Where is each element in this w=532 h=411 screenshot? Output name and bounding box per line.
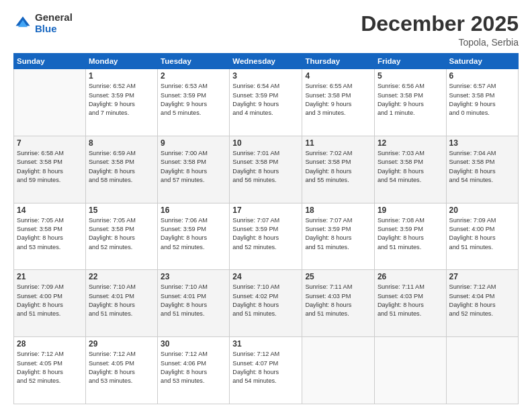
day-detail: Sunrise: 6:58 AM Sunset: 3:58 PM Dayligh… [17, 149, 83, 185]
day-number: 12 [378, 138, 443, 148]
col-header-thursday: Thursday [302, 54, 375, 69]
col-header-friday: Friday [374, 54, 446, 69]
col-header-saturday: Saturday [446, 54, 518, 69]
calendar-day: 6Sunrise: 6:57 AM Sunset: 3:58 PM Daylig… [446, 69, 518, 136]
day-number: 21 [17, 272, 83, 281]
calendar-day: 16Sunrise: 7:06 AM Sunset: 3:59 PM Dayli… [158, 203, 230, 270]
day-detail: Sunrise: 6:54 AM Sunset: 3:59 PM Dayligh… [232, 82, 299, 118]
header: General Blue December 2025 Topola, Serbi… [13, 12, 519, 48]
day-detail: Sunrise: 6:53 AM Sunset: 3:59 PM Dayligh… [161, 82, 226, 118]
calendar-week-4: 21Sunrise: 7:09 AM Sunset: 4:00 PM Dayli… [14, 270, 519, 337]
calendar-day: 31Sunrise: 7:12 AM Sunset: 4:07 PM Dayli… [230, 337, 302, 404]
day-number: 18 [305, 205, 371, 215]
day-detail: Sunrise: 7:12 AM Sunset: 4:06 PM Dayligh… [161, 350, 226, 385]
day-number: 27 [449, 272, 515, 281]
day-detail: Sunrise: 7:10 AM Sunset: 4:01 PM Dayligh… [161, 283, 226, 318]
calendar-header-row: SundayMondayTuesdayWednesdayThursdayFrid… [14, 54, 519, 69]
logo-icon [13, 14, 32, 33]
day-detail: Sunrise: 7:09 AM Sunset: 4:00 PM Dayligh… [449, 216, 515, 252]
calendar-day: 7Sunrise: 6:58 AM Sunset: 3:58 PM Daylig… [14, 136, 86, 203]
calendar-day: 27Sunrise: 7:12 AM Sunset: 4:04 PM Dayli… [446, 270, 518, 337]
day-detail: Sunrise: 7:09 AM Sunset: 4:00 PM Dayligh… [17, 283, 83, 318]
main-title: December 2025 [361, 12, 519, 36]
day-number: 30 [161, 339, 226, 349]
day-number: 17 [232, 205, 299, 215]
calendar-week-5: 28Sunrise: 7:12 AM Sunset: 4:05 PM Dayli… [14, 337, 519, 404]
day-number: 1 [89, 71, 154, 81]
day-number: 6 [449, 71, 515, 81]
calendar-day: 24Sunrise: 7:10 AM Sunset: 4:02 PM Dayli… [230, 270, 302, 337]
calendar-day: 21Sunrise: 7:09 AM Sunset: 4:00 PM Dayli… [14, 270, 86, 337]
day-detail: Sunrise: 7:06 AM Sunset: 3:59 PM Dayligh… [161, 216, 226, 252]
day-detail: Sunrise: 6:57 AM Sunset: 3:58 PM Dayligh… [449, 82, 515, 118]
day-detail: Sunrise: 6:52 AM Sunset: 3:59 PM Dayligh… [89, 82, 154, 118]
day-number: 13 [449, 138, 515, 148]
col-header-monday: Monday [85, 54, 157, 69]
day-number: 24 [232, 272, 299, 281]
day-detail: Sunrise: 7:12 AM Sunset: 4:04 PM Dayligh… [449, 283, 515, 318]
calendar-day: 8Sunrise: 6:59 AM Sunset: 3:58 PM Daylig… [85, 136, 157, 203]
calendar-day: 1Sunrise: 6:52 AM Sunset: 3:59 PM Daylig… [85, 69, 157, 136]
day-number: 14 [17, 205, 83, 215]
logo: General Blue [13, 12, 73, 34]
day-detail: Sunrise: 7:12 AM Sunset: 4:05 PM Dayligh… [17, 350, 83, 385]
calendar-day [14, 69, 86, 136]
day-detail: Sunrise: 6:56 AM Sunset: 3:58 PM Dayligh… [378, 82, 443, 118]
day-number: 28 [17, 339, 83, 349]
day-number: 25 [305, 272, 371, 281]
calendar-day: 28Sunrise: 7:12 AM Sunset: 4:05 PM Dayli… [14, 337, 86, 404]
day-number: 31 [232, 339, 299, 349]
logo-text: General Blue [35, 12, 73, 34]
day-number: 20 [449, 205, 515, 215]
day-number: 15 [89, 205, 154, 215]
day-detail: Sunrise: 7:11 AM Sunset: 4:03 PM Dayligh… [305, 283, 371, 318]
day-number: 10 [232, 138, 299, 148]
day-number: 9 [161, 138, 226, 148]
calendar-week-2: 7Sunrise: 6:58 AM Sunset: 3:58 PM Daylig… [14, 136, 519, 203]
calendar-day: 19Sunrise: 7:08 AM Sunset: 3:59 PM Dayli… [374, 203, 446, 270]
calendar-day: 2Sunrise: 6:53 AM Sunset: 3:59 PM Daylig… [158, 69, 230, 136]
col-header-sunday: Sunday [14, 54, 86, 69]
calendar-day [446, 337, 518, 404]
logo-general: General [35, 12, 73, 24]
calendar-day: 20Sunrise: 7:09 AM Sunset: 4:00 PM Dayli… [446, 203, 518, 270]
calendar-day: 17Sunrise: 7:07 AM Sunset: 3:59 PM Dayli… [230, 203, 302, 270]
day-number: 22 [89, 272, 154, 281]
day-detail: Sunrise: 7:03 AM Sunset: 3:58 PM Dayligh… [378, 149, 443, 185]
day-detail: Sunrise: 7:12 AM Sunset: 4:05 PM Dayligh… [89, 350, 154, 385]
day-number: 26 [378, 272, 443, 281]
day-detail: Sunrise: 7:07 AM Sunset: 3:59 PM Dayligh… [305, 216, 371, 252]
calendar-day [302, 337, 375, 404]
calendar-week-3: 14Sunrise: 7:05 AM Sunset: 3:58 PM Dayli… [14, 203, 519, 270]
page: General Blue December 2025 Topola, Serbi… [0, 0, 532, 411]
title-block: December 2025 Topola, Serbia [361, 12, 519, 48]
day-number: 3 [232, 71, 299, 81]
calendar-day: 22Sunrise: 7:10 AM Sunset: 4:01 PM Dayli… [85, 270, 157, 337]
day-detail: Sunrise: 7:07 AM Sunset: 3:59 PM Dayligh… [232, 216, 299, 252]
calendar-table: SundayMondayTuesdayWednesdayThursdayFrid… [13, 53, 519, 404]
day-detail: Sunrise: 7:02 AM Sunset: 3:58 PM Dayligh… [305, 149, 371, 185]
calendar-day: 29Sunrise: 7:12 AM Sunset: 4:05 PM Dayli… [85, 337, 157, 404]
subtitle: Topola, Serbia [361, 37, 519, 48]
calendar-day: 26Sunrise: 7:11 AM Sunset: 4:03 PM Dayli… [374, 270, 446, 337]
day-detail: Sunrise: 7:10 AM Sunset: 4:01 PM Dayligh… [89, 283, 154, 318]
calendar-day: 23Sunrise: 7:10 AM Sunset: 4:01 PM Dayli… [158, 270, 230, 337]
day-number: 8 [89, 138, 154, 148]
calendar-day: 11Sunrise: 7:02 AM Sunset: 3:58 PM Dayli… [302, 136, 375, 203]
day-detail: Sunrise: 7:11 AM Sunset: 4:03 PM Dayligh… [378, 283, 443, 318]
calendar-day: 12Sunrise: 7:03 AM Sunset: 3:58 PM Dayli… [374, 136, 446, 203]
day-detail: Sunrise: 7:00 AM Sunset: 3:58 PM Dayligh… [161, 149, 226, 185]
day-detail: Sunrise: 7:12 AM Sunset: 4:07 PM Dayligh… [232, 350, 299, 385]
calendar-day: 18Sunrise: 7:07 AM Sunset: 3:59 PM Dayli… [302, 203, 375, 270]
day-number: 23 [161, 272, 226, 281]
logo-blue: Blue [35, 24, 73, 35]
calendar-day [374, 337, 446, 404]
day-detail: Sunrise: 7:05 AM Sunset: 3:58 PM Dayligh… [89, 216, 154, 252]
day-number: 16 [161, 205, 226, 215]
day-detail: Sunrise: 7:04 AM Sunset: 3:58 PM Dayligh… [449, 149, 515, 185]
day-number: 5 [378, 71, 443, 81]
calendar-day: 10Sunrise: 7:01 AM Sunset: 3:58 PM Dayli… [230, 136, 302, 203]
calendar-day: 5Sunrise: 6:56 AM Sunset: 3:58 PM Daylig… [374, 69, 446, 136]
day-detail: Sunrise: 7:01 AM Sunset: 3:58 PM Dayligh… [232, 149, 299, 185]
calendar-day: 9Sunrise: 7:00 AM Sunset: 3:58 PM Daylig… [158, 136, 230, 203]
